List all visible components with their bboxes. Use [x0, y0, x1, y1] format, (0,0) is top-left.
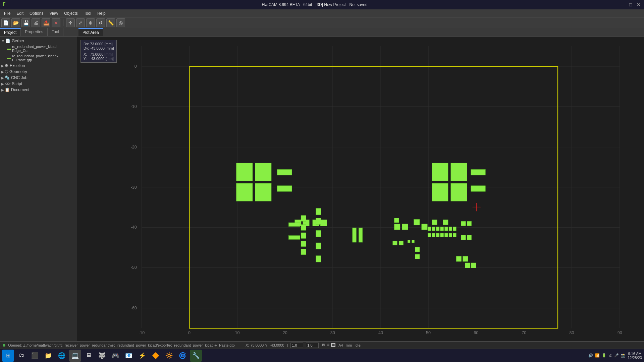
taskbar-shell[interactable]: 💻: [69, 350, 81, 362]
menu-file[interactable]: File: [1, 10, 13, 16]
system-tray: 🔊 📶 🔋 🖨 🎤 📸 9:16 AM 12/28/23: [588, 352, 642, 360]
taskbar-kicad[interactable]: ⚡: [136, 350, 148, 362]
excellon-arrow: ▶: [1, 64, 4, 68]
pad: [422, 224, 427, 230]
menu-help[interactable]: Help: [95, 10, 108, 16]
tree-item-f-paste[interactable]: ▬ rc_redundant_power_kicad-F_Paste.gtp: [0, 53, 77, 63]
status-icons: 🖥 ⚙ 🔳: [321, 343, 336, 347]
taskbar-files[interactable]: 🗂: [15, 350, 28, 362]
edge-cuts-label: rc_redundant_power_kicad-Edge_Cu...: [12, 45, 75, 53]
pad: [467, 235, 472, 240]
tree-item-script[interactable]: ▶ </> Script: [0, 81, 77, 87]
pad: [316, 208, 321, 215]
tab-tool[interactable]: Tool: [48, 28, 63, 36]
taskbar-app11[interactable]: 🔶: [150, 350, 162, 362]
tray-icon-6[interactable]: 📸: [621, 353, 626, 358]
zoom-fit-button[interactable]: ⤢: [76, 18, 85, 27]
taskbar-browser[interactable]: 🌀: [176, 350, 189, 362]
gerber-label: Gerber: [12, 39, 24, 43]
status-y-value: -43.0000: [270, 343, 284, 347]
taskbar: ⊞ 🗂 ⬛ 📁 🌐 💻 🖥 🐺 🎮 📧 ⚡ 🔶 🔆 🌀 🔧 🔊 📶 🔋 🖨 🎤 …: [0, 349, 644, 362]
menu-objects[interactable]: Objects: [61, 10, 80, 16]
status-text: Idle.: [355, 343, 362, 347]
f-paste-icon: ▬: [7, 56, 11, 60]
document-arrow: ▶: [1, 88, 4, 92]
close-button[interactable]: ✕: [636, 2, 641, 7]
zoom-in-button[interactable]: ⊕: [86, 18, 95, 27]
cnc-job-arrow: ▶: [1, 76, 4, 80]
zoom-input2[interactable]: [306, 343, 319, 348]
tree-item-edge-cuts[interactable]: ▬ rc_redundant_power_kicad-Edge_Cu...: [0, 44, 77, 53]
pad: [301, 216, 306, 221]
svg-text:-30: -30: [131, 185, 137, 190]
cnc-job-icon: 🔩: [5, 75, 10, 80]
canvas-area[interactable]: Dx: 73.0000 [mm] Dy: -43.0000 [mm] X: 73…: [77, 37, 644, 341]
excellon-label: Excellon: [10, 63, 25, 68]
zoom-label: |: [287, 343, 288, 347]
move-button[interactable]: ✛: [66, 18, 75, 27]
origin-button[interactable]: ◎: [116, 18, 125, 27]
geometry-label: Geometry: [9, 69, 27, 74]
taskbar-app12[interactable]: 🔆: [163, 350, 175, 362]
tab-project[interactable]: Project: [0, 28, 21, 36]
taskbar-app6[interactable]: 🖥: [83, 350, 95, 362]
tab-properties[interactable]: Properties: [21, 28, 48, 36]
pad: [393, 241, 397, 245]
menu-options[interactable]: Options: [27, 10, 46, 16]
titlebar: F FlatCAM 8.994 BETA - 64bit - [3D] New …: [0, 0, 644, 9]
print-button[interactable]: 🖨: [32, 18, 40, 27]
pad: [288, 223, 300, 227]
taskbar-chrome[interactable]: 🌐: [56, 350, 68, 362]
menu-tool[interactable]: Tool: [81, 10, 94, 16]
open-button[interactable]: 📂: [11, 18, 20, 27]
measure-button[interactable]: 📏: [106, 18, 115, 27]
taskbar-explorer[interactable]: 📁: [42, 350, 54, 362]
tray-icon-1[interactable]: 🔊: [588, 353, 593, 358]
status-coords: X: 73.0000 Y: -43.0000: [246, 343, 284, 347]
tree-item-geometry[interactable]: ▶ ⬡ Geometry: [0, 69, 77, 75]
cnc-job-label: CNC Job: [11, 75, 28, 80]
export-button[interactable]: 📤: [42, 18, 50, 27]
tree-item-document[interactable]: ▶ 📋 Document: [0, 87, 77, 93]
pad: [320, 220, 327, 226]
pad: [301, 233, 306, 238]
date: 12/28/23: [628, 356, 642, 360]
taskbar-terminal[interactable]: ⬛: [29, 350, 41, 362]
gerber-icon: 📄: [5, 39, 10, 43]
pan-button[interactable]: ↺: [96, 18, 105, 27]
content-area: Plot Area Dx: 73.0000 [mm] Dy: -43.0000 …: [77, 28, 644, 341]
zoom-input[interactable]: [290, 343, 303, 348]
pad: [301, 225, 306, 230]
minimize-button[interactable]: ─: [620, 2, 625, 7]
main-layout: Project Properties Tool ▼ 📄 Gerber ▬ rc_…: [0, 28, 644, 341]
tray-icon-4[interactable]: 🖨: [608, 354, 612, 358]
tray-icon-5[interactable]: 🎤: [614, 353, 619, 358]
pad: [451, 183, 467, 201]
status-indicator: [3, 344, 5, 347]
start-button[interactable]: ⊞: [2, 350, 14, 362]
tree-item-excellon[interactable]: ▶ ⚙ Excellon: [0, 63, 77, 69]
pad: [432, 163, 448, 181]
window-controls[interactable]: ─ □ ✕: [620, 2, 641, 7]
taskbar-steam[interactable]: 🎮: [109, 350, 121, 362]
tab-plot-area[interactable]: Plot Area: [78, 28, 103, 36]
taskbar-app7[interactable]: 🐺: [96, 350, 108, 362]
pad: [415, 247, 420, 252]
taskbar-app9[interactable]: 📧: [123, 350, 135, 362]
new-button[interactable]: 📄: [1, 18, 10, 27]
delete-button[interactable]: ✕: [52, 18, 60, 27]
tree-item-cnc-job[interactable]: ▶ 🔩 CNC Job: [0, 75, 77, 81]
menu-view[interactable]: View: [47, 10, 61, 16]
menu-edit[interactable]: Edit: [14, 10, 26, 16]
tree-item-gerber[interactable]: ▼ 📄 Gerber: [0, 38, 77, 44]
tray-icon-3[interactable]: 🔋: [602, 353, 606, 358]
taskbar-flatcam[interactable]: 🔧: [190, 350, 202, 362]
pad: [353, 228, 357, 243]
tray-icon-2[interactable]: 📶: [595, 353, 600, 358]
pad: [443, 220, 448, 225]
maximize-button[interactable]: □: [628, 2, 633, 7]
svg-text:-50: -50: [131, 265, 137, 270]
pad: [255, 163, 271, 181]
save-button[interactable]: 💾: [21, 18, 30, 27]
status-icon-3: 🔳: [331, 343, 336, 347]
